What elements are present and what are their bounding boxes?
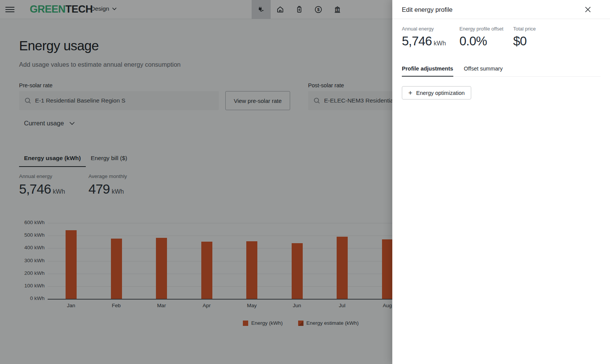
drawer-annual-energy-label: Annual energy <box>402 26 459 32</box>
drawer-offset-value: 0.0% <box>459 34 513 48</box>
tab-profile-adjustments[interactable]: Profile adjustments <box>402 64 453 76</box>
drawer-total-price-label: Total price <box>513 26 536 32</box>
drawer-tabs: Profile adjustments Offset summary <box>402 64 600 77</box>
drawer-annual-energy-value: 5,746kWh <box>402 34 459 48</box>
drawer-stats: Annual energy 5,746kWh Energy profile of… <box>402 26 536 48</box>
plus-icon: + <box>408 90 413 96</box>
drawer-title: Edit energy profile <box>402 6 453 13</box>
drawer-total-price-stat: Total price $0 <box>513 26 536 48</box>
drawer-annual-energy-unit: kWh <box>434 40 446 47</box>
energy-optimization-button[interactable]: + Energy optimization <box>402 86 471 99</box>
drawer-header: Edit energy profile <box>392 0 610 19</box>
close-icon[interactable] <box>584 6 592 13</box>
drawer-annual-energy-stat: Annual energy 5,746kWh <box>402 26 459 48</box>
drawer-offset-stat: Energy profile offset 0.0% <box>459 26 513 48</box>
energy-optimization-label: Energy optimization <box>416 90 465 96</box>
drawer-offset-label: Energy profile offset <box>459 26 513 32</box>
tab-offset-summary[interactable]: Offset summary <box>464 64 503 76</box>
drawer-backdrop[interactable] <box>0 0 392 364</box>
drawer-total-price-value: $0 <box>513 34 536 48</box>
app-window: GREENTECH Design <box>0 0 610 364</box>
edit-energy-profile-drawer: Edit energy profile Annual energy 5,746k… <box>392 0 610 364</box>
